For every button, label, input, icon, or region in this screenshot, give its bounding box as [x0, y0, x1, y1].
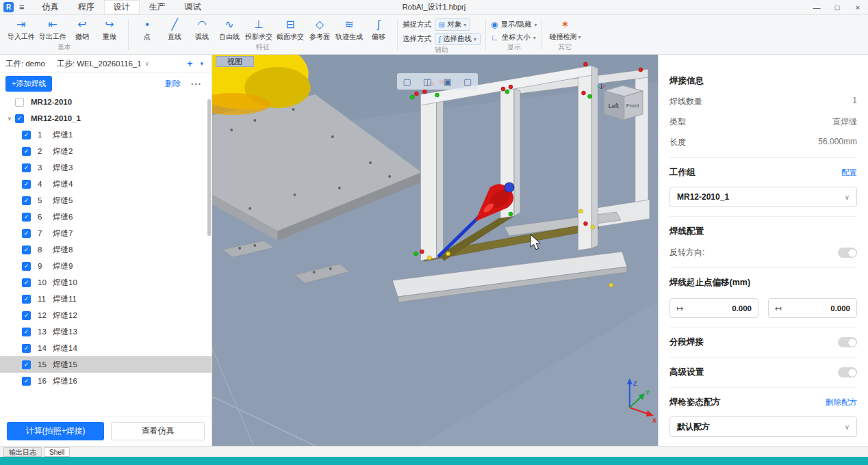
workpiece-label: 工件: — [5, 59, 23, 69]
checkbox[interactable]: ✓ — [22, 131, 31, 140]
checkbox[interactable]: ✓ — [22, 377, 31, 386]
main-tab-1[interactable]: 程序 — [68, 0, 104, 14]
segment-weld-toggle[interactable] — [838, 337, 857, 347]
main-tab-2[interactable]: 设计 — [104, 0, 140, 14]
show-hide-button[interactable]: ◉显示/隐藏▾ — [491, 20, 537, 29]
maximize-button[interactable]: □ — [827, 0, 847, 15]
tree-root-2[interactable]: ∨✓MR12-2010_1 — [0, 110, 212, 127]
viewcube-left-label[interactable]: Left — [609, 103, 620, 109]
weld-item-row[interactable]: ✓8焊缝8 — [0, 241, 212, 258]
checkbox[interactable]: ✓ — [22, 328, 31, 336]
line-button[interactable]: ╱直线 — [161, 17, 188, 42]
weld-item-row[interactable]: ✓5焊缝5 — [0, 192, 212, 209]
checkbox[interactable]: ✓ — [22, 147, 31, 156]
checkbox[interactable]: ✓ — [22, 229, 31, 238]
workgroup-config-link[interactable]: 配置 — [841, 168, 857, 178]
workstep-menu-icon[interactable]: ▾ — [200, 60, 203, 67]
main-tab-0[interactable]: 仿真 — [33, 0, 68, 14]
weld-item-row[interactable]: ✓9焊缝9 — [0, 258, 212, 274]
statusbar-tab-output-log[interactable]: 输出日志 — [3, 447, 42, 457]
weld-actions-row: +添加焊线 删除 ⋯ — [0, 73, 212, 94]
redo-button[interactable]: ↪重做 — [96, 17, 123, 42]
delete-recipe-link[interactable]: 删除配方 — [826, 397, 857, 408]
select-mode-combo[interactable]: ∫选择曲线▾ — [435, 33, 481, 45]
weld-item-row[interactable]: ✓12焊缝12 — [0, 307, 212, 323]
checkbox[interactable]: ✓ — [22, 311, 31, 320]
weld-item-row[interactable]: ✓1焊缝1 — [0, 127, 212, 143]
minimize-button[interactable]: — — [806, 0, 827, 15]
weld-item-row[interactable]: ✓15焊缝15 — [0, 356, 212, 373]
wire-cube-icon[interactable]: ▢ — [463, 77, 472, 86]
solid-cube-icon[interactable]: ▣ — [444, 77, 452, 86]
axis-size-button[interactable]: ∟坐标大小▾ — [491, 33, 536, 42]
weld-item-row[interactable]: ✓2焊缝2 — [0, 143, 212, 159]
checkbox[interactable]: ✓ — [22, 344, 31, 353]
checkbox[interactable]: ✓ — [22, 245, 31, 254]
hamburger-menu-icon[interactable]: ≡ — [19, 2, 25, 12]
more-menu-icon[interactable]: ⋯ — [190, 77, 202, 90]
collision-detect-button[interactable]: ✶碰撞检测▾ — [547, 17, 583, 42]
expand-chevron-icon[interactable]: ∨ — [4, 116, 15, 122]
checkbox[interactable]: ✓ — [22, 163, 31, 172]
export-workpiece-button[interactable]: ⇤导出工件 — [37, 17, 68, 42]
add-weld-button[interactable]: +添加焊线 — [5, 76, 52, 92]
weld-item-row[interactable]: ✓16焊缝16 — [0, 373, 212, 389]
snap-mode-combo[interactable]: ⊞对象▾ — [435, 18, 470, 31]
recipe-select[interactable]: 默认配方 ∨ — [669, 416, 857, 437]
show-hide-icon: ◉ — [491, 20, 498, 29]
section-intersect-button[interactable]: ⊟截面求交 — [275, 17, 306, 42]
checkbox[interactable]: ✓ — [22, 262, 31, 271]
ribbon-group-0: ⇥导入工件⇤导出工件↩撤销↪重做基本 — [2, 15, 127, 54]
monitor-icon[interactable]: ◫ — [423, 77, 431, 86]
weld-item-row[interactable]: ✓10焊缝10 — [0, 274, 212, 291]
end-offset-input[interactable]: ↤ 0.000 — [768, 298, 857, 318]
point-button[interactable]: •点 — [133, 17, 161, 42]
weld-item-row[interactable]: ✓6焊缝6 — [0, 209, 212, 225]
start-offset-input[interactable]: ↦ 0.000 — [669, 298, 758, 318]
delete-weld-link[interactable]: 删除 — [165, 79, 181, 89]
close-button[interactable]: × — [847, 0, 868, 15]
undo-button[interactable]: ↩撤销 — [68, 17, 96, 42]
arc-button[interactable]: ◠弧线 — [188, 17, 216, 42]
info-label: 类型 — [669, 116, 686, 128]
workgroup-select[interactable]: MR12-2010_1 ∨ — [669, 187, 857, 207]
free-curve-button[interactable]: ∿自由线 — [216, 17, 243, 42]
section-intersect-icon: ⊟ — [285, 18, 294, 31]
ribbon-group-label: 特征 — [130, 42, 396, 54]
reverse-direction-toggle[interactable] — [838, 248, 857, 258]
projection-intersect-button[interactable]: ⊥投影求交 — [243, 17, 275, 42]
weld-item-row[interactable]: ✓11焊缝11 — [0, 291, 212, 307]
checkbox[interactable]: ✓ — [22, 278, 31, 287]
checkbox[interactable]: ✓ — [22, 180, 31, 189]
reference-plane-button[interactable]: ◇参考面 — [306, 17, 333, 42]
view-simulation-button[interactable]: 查看仿真 — [111, 422, 205, 440]
add-workstep-button[interactable]: + — [187, 58, 192, 69]
main-tab-4[interactable]: 调试 — [175, 0, 211, 14]
workstep-dropdown-icon[interactable]: ∨ — [145, 60, 150, 67]
advanced-settings-toggle[interactable] — [838, 367, 857, 377]
statusbar-tab-shell[interactable]: Shell — [44, 447, 70, 457]
weld-item-row[interactable]: ✓14焊缝14 — [0, 340, 212, 356]
weld-item-row[interactable]: ✓13焊缝13 — [0, 323, 212, 340]
checkbox[interactable]: ✓ — [22, 196, 31, 205]
weld-item-row[interactable]: ✓3焊缝3 — [0, 159, 212, 176]
scrollbar-thumb[interactable] — [207, 99, 211, 236]
viewport-3d[interactable]: Left Front Z X Y 视图 — [212, 55, 658, 446]
weld-item-row[interactable]: ✓4焊缝4 — [0, 176, 212, 192]
checkbox[interactable]: ✓ — [22, 295, 31, 304]
checkbox[interactable] — [15, 98, 24, 107]
calculate-button[interactable]: 计算(拍照+焊接) — [7, 422, 104, 440]
offset-button[interactable]: ∫偏移 — [365, 17, 392, 42]
viewport-3d-scene[interactable]: Left Front Z X Y — [212, 55, 658, 446]
view-tab[interactable]: 视图 — [216, 56, 254, 67]
checkbox[interactable]: ✓ — [22, 213, 31, 222]
trajectory-generate-button[interactable]: ≋轨迹生成 — [333, 17, 365, 42]
import-workpiece-button[interactable]: ⇥导入工件 — [5, 17, 37, 42]
checkbox[interactable]: ✓ — [15, 114, 24, 123]
viewcube-front-label[interactable]: Front — [626, 103, 639, 109]
weld-item-row[interactable]: ✓7焊缝7 — [0, 225, 212, 241]
main-tab-3[interactable]: 生产 — [140, 0, 175, 14]
tree-root-1[interactable]: MR12-2010 — [0, 94, 212, 110]
checkbox[interactable]: ✓ — [22, 360, 31, 369]
move-object-icon[interactable]: ▢ — [403, 77, 411, 86]
